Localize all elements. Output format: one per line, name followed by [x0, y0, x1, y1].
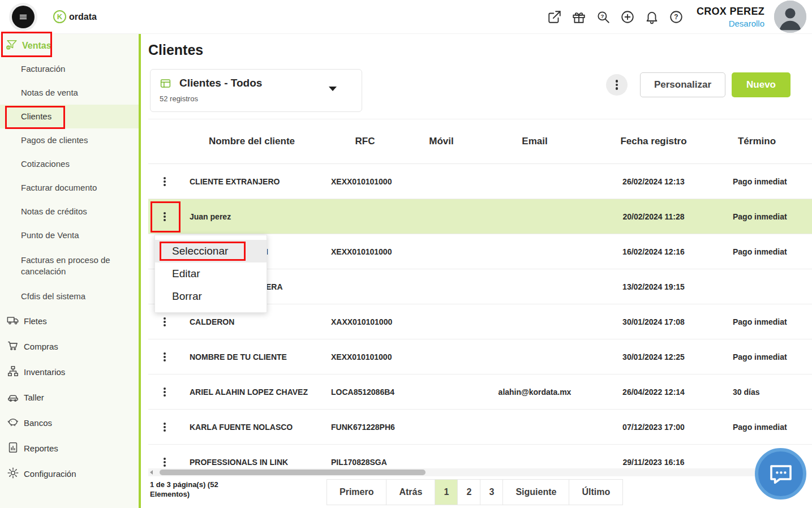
page-title: Clientes [148, 42, 203, 58]
gift-icon[interactable] [572, 10, 586, 24]
sidebar-item-facturacion[interactable]: Facturación [0, 57, 139, 81]
sidebar-item-fletes[interactable]: Fletes [0, 308, 139, 334]
sidebar-item-configuracion[interactable]: Configuración [0, 461, 139, 487]
sidebar-item-compras[interactable]: Compras [0, 334, 139, 359]
sidebar-section-ventas[interactable]: $ Ventas [0, 34, 139, 57]
column-header-fecha-registro: Fecha registro [594, 136, 713, 147]
sidebar-item-notas-de-venta[interactable]: Notas de venta [0, 81, 139, 105]
column-header-rfc: RFC [323, 136, 407, 147]
user-name: CROX PEREZ [697, 6, 764, 18]
sidebar-accent-bar [139, 34, 141, 508]
page-button-siguiente[interactable]: Siguiente [502, 479, 569, 505]
row-menu-button[interactable] [148, 423, 181, 432]
cell-termino: 30 días [713, 388, 801, 397]
kebab-icon [164, 212, 166, 221]
scrollbar-thumb[interactable] [160, 470, 426, 475]
help-icon[interactable]: ? [669, 10, 684, 24]
row-menu-button[interactable] [148, 317, 181, 326]
funnel-icon: $ [6, 38, 18, 53]
page-button-ultimo[interactable]: Último [569, 479, 623, 505]
sidebar-item-notas-de-creditos[interactable]: Notas de créditos [0, 200, 139, 223]
cell-termino: Pago inmediat [713, 212, 801, 221]
row-menu-button[interactable] [148, 177, 181, 186]
search-help-icon[interactable]: ? [596, 10, 611, 24]
sidebar-item-cotizaciones[interactable]: Cotizaciones [0, 152, 139, 176]
sidebar-item-inventarios[interactable]: Inventarios [0, 359, 139, 385]
chevron-down-icon [329, 87, 337, 91]
logo-k-icon: K [53, 10, 66, 23]
sidebar-item-reportes[interactable]: Reportes [0, 436, 139, 461]
page-button-2[interactable]: 2 [457, 479, 480, 505]
row-context-menu: SeleccionarEditarBorrar [154, 235, 267, 313]
cell-rfc: FUNK671228PH6 [323, 423, 407, 432]
user-role: Desarollo [697, 19, 764, 28]
cart-icon [7, 339, 19, 354]
cell-rfc: PIL170828SGA [323, 458, 407, 467]
view-selector-label: Clientes - Todos [179, 77, 262, 89]
avatar[interactable] [774, 1, 806, 33]
cell-fecha: 13/02/2024 19:15 [594, 282, 713, 291]
cell-fecha: 29/11/2023 16:16 [594, 458, 713, 467]
page-button-1[interactable]: 1 [435, 479, 458, 505]
table-row[interactable]: NOMBRE DE TU CLIENTEXEXX01010100030/01/2… [148, 339, 812, 374]
cell-rfc: XEXX010101000 [323, 177, 407, 186]
personalizar-button[interactable]: Personalizar [640, 72, 725, 97]
notifications-icon[interactable] [645, 10, 659, 24]
page-button-primero[interactable]: Primero [326, 479, 386, 505]
gear-icon [7, 467, 19, 481]
add-icon[interactable] [620, 10, 635, 24]
open-in-new-icon[interactable] [547, 10, 562, 24]
pagination-summary: 1 de 3 página(s) (52 Elementos) [150, 480, 226, 500]
sidebar-item-cfdis-del-sistema[interactable]: Cfdis del sistema [0, 285, 139, 308]
sidebar-item-facturar-documento[interactable]: Facturar documento [0, 176, 139, 200]
table-row[interactable]: KARLA FUENTE NOLASCOFUNK671228PH607/12/2… [148, 410, 812, 445]
cell-fecha: 30/01/2024 12:25 [594, 352, 713, 361]
column-header-termino: Término [713, 136, 801, 147]
sidebar: $ Ventas FacturaciónNotas de ventaClient… [0, 34, 139, 508]
user-menu[interactable]: CROX PEREZ Desarollo [697, 6, 764, 28]
sidebar-item-taller[interactable]: Taller [0, 385, 139, 410]
row-menu-button[interactable] [148, 352, 181, 361]
cell-rfc: XEXX010101000 [323, 247, 407, 256]
sidebar-item-punto-de-venta[interactable]: Punto de Venta [0, 223, 139, 247]
list-options-button[interactable] [606, 74, 628, 96]
kebab-icon [164, 423, 166, 432]
sidebar-item-clientes[interactable]: Clientes [0, 105, 139, 128]
row-menu-button[interactable] [148, 212, 181, 221]
report-icon [7, 441, 19, 455]
table-row[interactable]: Juan perez20/02/2024 11:28Pago inmediat [148, 199, 812, 234]
cell-fecha: 26/02/2024 12:13 [594, 177, 713, 186]
page-button-3[interactable]: 3 [480, 479, 503, 505]
cell-rfc: XAXX010101000 [323, 317, 407, 326]
cell-nombre: Juan perez [181, 212, 323, 221]
horizontal-scrollbar[interactable] [148, 468, 793, 476]
sidebar-item-bancos[interactable]: Bancos [0, 410, 139, 436]
table-view-icon [160, 78, 171, 89]
sidebar-item-facturas-en-proceso-de-cancelacion[interactable]: Facturas en proceso de cancelación [0, 247, 139, 285]
table-row[interactable]: ARIEL ALAHIN LOPEZ CHAVEZLOCA8512086B4al… [148, 374, 812, 410]
cell-nombre: CLIENTE EXTRANJERO [181, 177, 323, 186]
cell-fecha: 26/04/2022 12:14 [594, 388, 713, 397]
svg-text:?: ? [600, 12, 604, 19]
kebab-icon [164, 317, 166, 326]
view-selector-dropdown[interactable]: Clientes - Todos 52 registros [150, 69, 362, 112]
row-menu-button[interactable] [148, 388, 181, 397]
chat-support-button[interactable] [755, 448, 806, 500]
row-menu-button[interactable] [148, 458, 181, 467]
hamburger-menu-button[interactable] [9, 3, 37, 31]
car-icon [7, 390, 19, 404]
kebab-icon [164, 352, 166, 361]
nuevo-button[interactable]: Nuevo [732, 72, 790, 97]
svg-text:$: $ [7, 45, 9, 49]
scroll-left-arrow-icon[interactable] [150, 470, 153, 475]
menu-item-seleccionar[interactable]: Seleccionar [155, 240, 267, 262]
table-row[interactable]: CLIENTE EXTRANJEROXEXX01010100026/02/202… [148, 164, 812, 199]
chat-dots-icon [767, 460, 794, 488]
column-header-nombre-del-cliente: Nombre del cliente [181, 136, 323, 147]
menu-item-borrar[interactable]: Borrar [155, 285, 267, 308]
kordata-logo: Kordata [53, 10, 97, 23]
cell-termino: Pago inmediat [713, 247, 801, 256]
menu-item-editar[interactable]: Editar [155, 262, 267, 285]
sidebar-item-pagos-de-clientes[interactable]: Pagos de clientes [0, 128, 139, 152]
page-button-atras[interactable]: Atrás [386, 479, 435, 505]
